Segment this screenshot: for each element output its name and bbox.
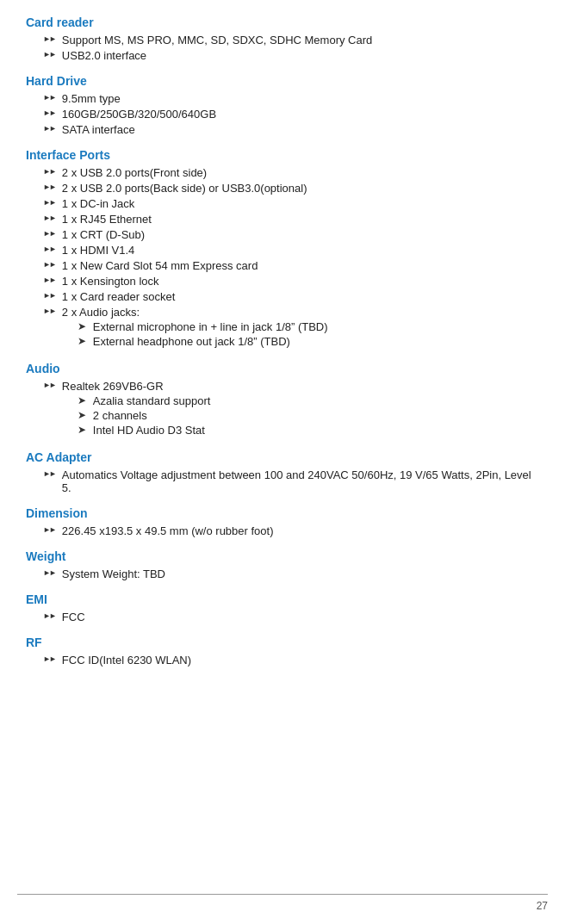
section-hard-drive: Hard Drive►►9.5mm type►►160GB/250GB/320/… [26,74,539,136]
list-item: ►►2 x USB 2.0 ports(Back side) or USB3.0… [26,182,539,195]
list-item-text: 1 x HDMI V1.4 [62,244,539,257]
section-card-reader: Card reader►►Support MS, MS PRO, MMC, SD… [26,16,539,62]
list-item: ►►160GB/250GB/320/500/640GB [26,108,539,121]
list-item: ►►1 x DC-in Jack [26,197,539,210]
bullet-arrow-icon: ►► [43,381,55,389]
bullet-arrow-icon: ►► [43,469,55,478]
bullet-arrow-icon: ►► [43,214,55,222]
sub-list-item-text: External headphone out jack 1/8” (TBD) [93,335,290,348]
sub-list-item-text: External microphone in + line in jack 1/… [93,320,328,333]
list-item: ►►2 x USB 2.0 ports(Front side) [26,166,539,179]
list-item: ►►9.5mm type [26,92,539,105]
list-item-text: 1 x CRT (D-Sub) [62,228,539,241]
bullet-arrow-icon: ►► [43,198,55,207]
sub-list: ➤External microphone in + line in jack 1… [62,320,539,348]
bullet-arrow-icon: ►► [43,167,55,176]
list-item-text: 1 x DC-in Jack [62,197,539,210]
section-title-audio: Audio [26,362,539,375]
list-item-text: 2 x USB 2.0 ports(Front side) [62,166,539,179]
list-item: ►►FCC [26,611,539,623]
section-weight: Weight►►System Weight: TBD [26,549,539,580]
page-number: 27 [537,900,548,912]
list-item-text: SATA interface [62,123,539,136]
list-item-text: USB2.0 interface [62,49,539,62]
list-item-text: 2 x Audio jacks:➤External microphone in … [62,306,539,350]
list-item-text: 1 x New Card Slot 54 mm Express card [62,259,539,272]
section-title-ac-adapter: AC Adapter [26,450,539,464]
section-title-emi: EMI [26,592,539,606]
bullet-list-dimension: ►►226.45 x193.5 x 49.5 mm (w/o rubber fo… [26,524,539,537]
list-item: ►►1 x CRT (D-Sub) [26,228,539,241]
sub-list-item: ➤External headphone out jack 1/8” (TBD) [62,335,539,348]
section-ac-adapter: AC Adapter►►Automatics Voltage adjustmen… [26,450,539,494]
list-item-text: 1 x RJ45 Ethernet [62,213,539,226]
bullet-arrow-icon: ►► [43,568,55,577]
list-item-text: 1 x Card reader socket [62,290,539,303]
bullet-arrow-icon: ►► [43,291,55,300]
bullet-arrow-icon: ►► [43,124,55,133]
bullet-list-audio: ►►Realtek 269VB6-GR➤Azalia standard supp… [26,380,539,438]
list-item: ►►1 x Card reader socket [26,290,539,303]
sub-list-item-text: 2 channels [93,409,147,422]
section-audio: Audio►►Realtek 269VB6-GR➤Azalia standard… [26,362,539,438]
list-item-text: System Weight: TBD [62,567,539,580]
list-item-text: FCC [62,611,539,623]
list-item: ►►System Weight: TBD [26,567,539,580]
bullet-list-emi: ►►FCC [26,611,539,623]
list-item: ►►2 x Audio jacks:➤External microphone i… [26,306,539,350]
bullet-arrow-icon: ►► [43,307,55,315]
bullet-list-weight: ►►System Weight: TBD [26,567,539,580]
list-item-text: Support MS, MS PRO, MMC, SD, SDXC, SDHC … [62,34,539,47]
bullet-arrow-icon: ►► [43,183,55,191]
sub-list-item: ➤Intel HD Audio D3 Stat [62,424,539,437]
list-item-text: 226.45 x193.5 x 49.5 mm (w/o rubber foot… [62,524,539,537]
list-item: ►►Realtek 269VB6-GR➤Azalia standard supp… [26,380,539,438]
bullet-arrow-icon: ►► [43,276,55,284]
list-item-text: 1 x Kensington lock [62,275,539,288]
bullet-arrow-icon: ►► [43,245,55,253]
bullet-arrow-icon: ►► [43,229,55,238]
sub-arrow-icon: ➤ [78,320,86,332]
bullet-arrow-icon: ►► [43,654,55,663]
list-item-text: 2 x USB 2.0 ports(Back side) or USB3.0(o… [62,182,539,195]
sub-arrow-icon: ➤ [78,409,86,421]
section-dimension: Dimension►►226.45 x193.5 x 49.5 mm (w/o … [26,506,539,537]
list-item: ►►Support MS, MS PRO, MMC, SD, SDXC, SDH… [26,34,539,47]
sub-list-item-text: Intel HD Audio D3 Stat [93,424,205,437]
bullet-arrow-icon: ►► [43,611,55,620]
section-title-rf: RF [26,636,539,649]
bullet-arrow-icon: ►► [43,260,55,269]
list-item-text: 9.5mm type [62,92,539,105]
section-title-card-reader: Card reader [26,16,539,29]
bullet-arrow-icon: ►► [43,109,55,117]
sub-list-item: ➤Azalia standard support [62,394,539,407]
sub-list-item: ➤External microphone in + line in jack 1… [62,320,539,333]
list-item: ►►FCC ID(Intel 6230 WLAN) [26,654,539,667]
list-item-text: Realtek 269VB6-GR➤Azalia standard suppor… [62,380,539,438]
section-title-interface-ports: Interface Ports [26,148,539,162]
list-item: ►►1 x HDMI V1.4 [26,244,539,257]
bottom-line [17,894,548,895]
bullet-arrow-icon: ►► [43,93,55,102]
bullet-arrow-icon: ►► [43,34,55,43]
list-item-text: 160GB/250GB/320/500/640GB [62,108,539,121]
list-item: ►►USB2.0 interface [26,49,539,62]
bullet-list-ac-adapter: ►►Automatics Voltage adjustment between … [26,468,539,494]
sub-list: ➤Azalia standard support➤2 channels➤Inte… [62,394,539,437]
bullet-list-hard-drive: ►►9.5mm type►►160GB/250GB/320/500/640GB►… [26,92,539,136]
sub-arrow-icon: ➤ [78,394,86,406]
section-rf: RF►►FCC ID(Intel 6230 WLAN) [26,636,539,667]
list-item-text: FCC ID(Intel 6230 WLAN) [62,654,539,667]
sub-list-item-text: Azalia standard support [93,394,211,407]
list-item: ►►SATA interface [26,123,539,136]
sub-list-item: ➤2 channels [62,409,539,422]
list-item-text: Automatics Voltage adjustment between 10… [62,468,539,494]
list-item: ►►1 x Kensington lock [26,275,539,288]
bullet-arrow-icon: ►► [43,50,55,59]
section-title-dimension: Dimension [26,506,539,520]
list-item: ►►Automatics Voltage adjustment between … [26,468,539,494]
section-title-weight: Weight [26,549,539,563]
section-interface-ports: Interface Ports►►2 x USB 2.0 ports(Front… [26,148,539,350]
list-item: ►►226.45 x193.5 x 49.5 mm (w/o rubber fo… [26,524,539,537]
list-item: ►►1 x RJ45 Ethernet [26,213,539,226]
